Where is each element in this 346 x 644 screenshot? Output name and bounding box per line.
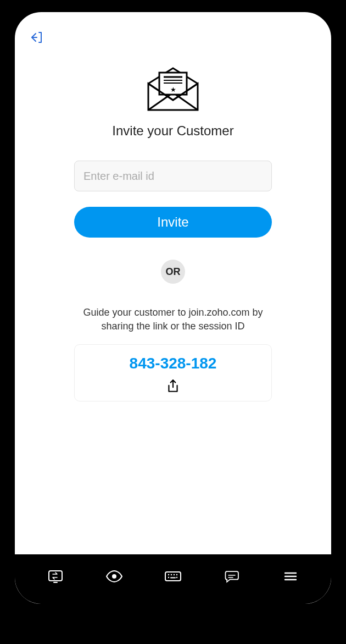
eye-icon <box>105 567 124 586</box>
nav-keyboard-button[interactable] <box>161 564 185 588</box>
or-label: OR <box>161 260 185 284</box>
email-input[interactable] <box>74 161 272 191</box>
nav-chat-button[interactable] <box>220 564 244 588</box>
svg-point-10 <box>171 574 172 575</box>
keyboard-icon <box>163 566 183 586</box>
chat-icon <box>223 568 241 585</box>
or-divider: OR <box>161 260 185 284</box>
invite-button[interactable]: Invite <box>74 207 272 238</box>
back-button[interactable] <box>28 29 46 46</box>
svg-text:★: ★ <box>170 86 176 93</box>
main-content: ★ Invite your Customer Invite OR Guide y… <box>15 51 331 554</box>
header <box>15 12 331 51</box>
guide-text: Guide your customer to join.zoho.com by … <box>69 306 277 333</box>
nav-swap-button[interactable] <box>43 564 68 588</box>
svg-point-12 <box>176 574 177 575</box>
swap-icon <box>47 568 64 585</box>
share-icon <box>166 379 180 393</box>
session-id-value: 843-328-182 <box>130 355 217 372</box>
nav-view-button[interactable] <box>102 564 126 588</box>
session-id-box[interactable]: 843-328-182 <box>74 344 272 401</box>
svg-point-13 <box>168 577 169 578</box>
svg-rect-8 <box>165 572 181 581</box>
phone-frame: ★ Invite your Customer Invite OR Guide y… <box>8 5 338 610</box>
menu-icon <box>282 568 299 585</box>
svg-point-9 <box>168 574 169 575</box>
svg-point-11 <box>174 574 175 575</box>
bottom-nav <box>15 554 331 604</box>
svg-point-14 <box>176 577 177 578</box>
envelope-icon: ★ <box>143 67 203 111</box>
nav-menu-button[interactable] <box>278 564 303 588</box>
back-arrow-icon <box>29 30 44 45</box>
envelope-illustration: ★ <box>143 67 203 113</box>
page-title: Invite your Customer <box>112 123 233 139</box>
svg-point-7 <box>112 574 116 579</box>
